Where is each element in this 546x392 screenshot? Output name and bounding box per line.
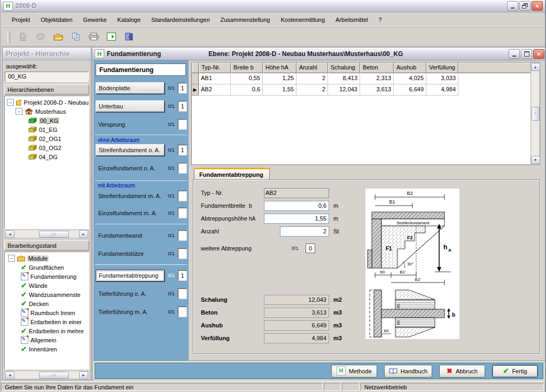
fund-minimize-button[interactable]	[509, 49, 520, 59]
close-button[interactable]: ×	[532, 1, 543, 11]
tree-node-building[interactable]: − Musterhaus	[5, 107, 89, 116]
tab-fundamentabtreppung[interactable]: Fundamentabtreppung	[194, 168, 270, 180]
fertig-button[interactable]: ✔ Fertig	[492, 365, 538, 378]
count-field[interactable]	[178, 288, 187, 299]
export-icon[interactable]	[104, 30, 118, 44]
modules-hscrollbar[interactable]: ◄ |||| ►	[4, 371, 89, 379]
module-item[interactable]: ✎ Fundamentierung	[5, 272, 89, 281]
new-document-icon[interactable]	[16, 30, 30, 44]
minimize-button[interactable]	[507, 1, 518, 11]
table-row-selected[interactable]: ▶ AB2 0,6 1,55 2 12,043 3,613 6,649 4,98…	[192, 84, 531, 96]
table-row[interactable]: AB1 0,55 1,25 2 8,413 2,313 4,025 3,033	[192, 73, 531, 84]
unterbau-button[interactable]: Unterbau	[96, 100, 165, 112]
weitere-abtreppung-field[interactable]: 0	[306, 244, 315, 253]
count-field[interactable]	[178, 307, 187, 317]
count-field[interactable]: 1	[178, 145, 187, 155]
levels-header[interactable]: Hierarchieebenen	[4, 84, 89, 95]
module-item[interactable]: ✔ Decken	[5, 299, 89, 308]
module-item[interactable]: ✔ Wände	[5, 281, 89, 290]
einzelfundament-ma-label[interactable]: Einzelfundament m. A.	[96, 207, 165, 219]
breite-input[interactable]: 0,6	[264, 201, 329, 211]
col-anzahl[interactable]: Anzahl	[297, 62, 328, 73]
project-icon[interactable]	[34, 30, 48, 44]
tree-node-floor[interactable]: 03_OG2	[5, 143, 89, 152]
hoehe-input[interactable]: 1,55	[264, 214, 329, 224]
tieferfuehrung-oa-label[interactable]: Tieferführung o. A.	[96, 288, 165, 300]
tree-node-floor[interactable]: 02_OG1	[5, 134, 89, 143]
menu-standardeinstellungen[interactable]: Standardeinstellungen	[146, 15, 215, 25]
col-hoehe[interactable]: Höhe hA	[263, 62, 297, 73]
tree-node-floor[interactable]: 04_DG	[5, 152, 89, 161]
scroll-thumb[interactable]: ||||	[39, 231, 69, 238]
col-breite[interactable]: Breite b	[231, 62, 263, 73]
hierarchy-hscrollbar[interactable]: ◄ |||| ►	[4, 230, 89, 238]
count-field[interactable]	[178, 163, 187, 174]
menu-objektdaten[interactable]: Objektdaten	[35, 15, 77, 25]
module-item[interactable]: ✔ Erdarbeiten in mehre	[5, 326, 89, 335]
tree-node-floor[interactable]: 00_KG	[5, 116, 89, 125]
count-field[interactable]: 1	[178, 101, 187, 112]
module-item[interactable]: ✎ Raumbuch Innen	[5, 308, 89, 317]
scroll-thumb[interactable]: ||||	[39, 372, 69, 379]
bodenplatte-button[interactable]: Bodenplatte	[96, 82, 165, 94]
count-field[interactable]	[178, 230, 187, 241]
collapse-icon[interactable]: −	[15, 108, 22, 115]
tieferfuehrung-ma-label[interactable]: Tieferführung m. A.	[96, 306, 165, 318]
scroll-down-icon[interactable]: ▼	[531, 156, 540, 164]
module-item[interactable]: ✔ Innentüren	[5, 344, 89, 354]
fund-maximize-button[interactable]	[521, 49, 532, 59]
menu-kostenermittlung[interactable]: Kostenermittlung	[275, 15, 330, 25]
einzelfundament-oa-label[interactable]: Einzelfundament o. A.	[96, 162, 165, 174]
tree-node-modules[interactable]: − Module	[5, 254, 89, 263]
module-item[interactable]: ✔ Wandzusammenste	[5, 290, 89, 299]
module-item[interactable]: ✎ Erdarbeiten in einer	[5, 317, 89, 326]
fund-close-button[interactable]: ×	[533, 49, 544, 59]
count-field[interactable]	[178, 208, 187, 218]
print-icon[interactable]	[87, 30, 100, 44]
scroll-thumb[interactable]: ≡	[532, 107, 540, 121]
fundamentstuetze-label[interactable]: Fundamentstütze	[96, 248, 165, 260]
open-folder-icon[interactable]	[51, 30, 65, 44]
tree-node-project[interactable]: − Projekt 2008-D - Neubau	[5, 98, 89, 107]
module-item[interactable]: ✎ Allgemein	[5, 335, 89, 344]
copy-icon[interactable]	[69, 30, 83, 44]
streifenfundament-oa-button[interactable]: Streifenfundament o. A.	[96, 144, 165, 156]
col-typ-nr[interactable]: Typ-Nr.	[199, 62, 231, 73]
status-header[interactable]: Bearbeitungsstand	[4, 240, 89, 250]
menu-projekt[interactable]: Projekt	[6, 15, 35, 25]
restore-button[interactable]	[519, 1, 531, 11]
abbruch-button[interactable]: ✖ Abbruch	[439, 365, 485, 378]
scroll-left-icon[interactable]: ◄	[5, 230, 14, 238]
count-field[interactable]: 1	[178, 270, 187, 281]
count-field[interactable]	[178, 248, 187, 259]
versprung-label[interactable]: Versprung	[96, 119, 165, 130]
methode-button[interactable]: H Methode	[331, 365, 377, 378]
menu-kataloge[interactable]: Kataloge	[112, 15, 146, 25]
count-field[interactable]	[178, 191, 187, 201]
table-vscrollbar[interactable]: ▲ ≡ ▼	[531, 62, 540, 164]
count-field[interactable]	[178, 119, 187, 130]
col-aushub[interactable]: Aushub	[394, 62, 426, 73]
menu-arbeitsmittel[interactable]: Arbeitsmittel	[330, 15, 373, 25]
fundamentabtreppung-button[interactable]: Fundamentabtreppung	[96, 270, 165, 281]
col-beton[interactable]: Beton	[360, 62, 394, 73]
menu-zusammenstellung[interactable]: Zusammenstellung	[215, 15, 276, 25]
module-item[interactable]: ✔ Grundflächen	[5, 263, 89, 272]
col-verfuellung[interactable]: Verfüllung	[426, 62, 458, 73]
scroll-up-icon[interactable]: ▲	[531, 63, 540, 71]
count-field[interactable]: 1	[178, 83, 187, 93]
scroll-right-icon[interactable]: ►	[79, 230, 88, 238]
scroll-right-icon[interactable]: ►	[79, 371, 88, 379]
menu-help[interactable]: ?	[373, 15, 387, 25]
fundamentwand-label[interactable]: Fundamentwand	[96, 230, 165, 241]
anzahl-input[interactable]: 2	[280, 226, 329, 237]
tree-node-floor[interactable]: 01_EG	[5, 125, 89, 134]
collapse-icon[interactable]: −	[7, 99, 14, 106]
menu-gewerke[interactable]: Gewerke	[78, 15, 112, 25]
col-schalung[interactable]: Schalung	[328, 62, 360, 73]
handbuch-button[interactable]: Handbuch	[384, 365, 432, 378]
scroll-left-icon[interactable]: ◄	[5, 371, 14, 379]
collapse-icon[interactable]: −	[8, 255, 15, 262]
exit-icon[interactable]	[122, 30, 136, 44]
streifenfundament-ma-label[interactable]: Streifenfundament m. A.	[96, 190, 165, 202]
